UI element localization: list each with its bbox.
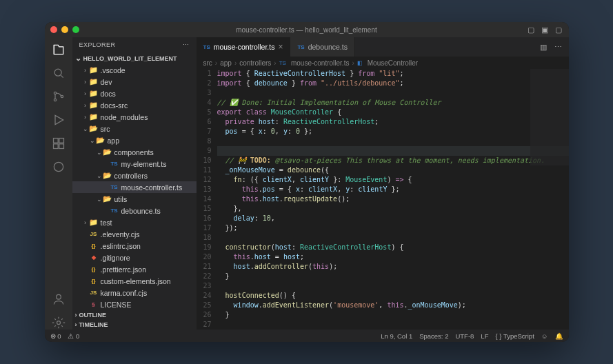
tree-item[interactable]: TSmouse-controller.ts: [72, 181, 197, 193]
status-spaces[interactable]: Spaces: 2: [419, 332, 448, 340]
breadcrumb-item[interactable]: MouseController: [368, 59, 418, 67]
breadcrumb-item[interactable]: mouse-controller.ts: [291, 59, 349, 67]
code-line[interactable]: });: [217, 223, 569, 233]
tree-item[interactable]: {}custom-elements.json: [72, 275, 197, 287]
tree-item[interactable]: ⌄📂app: [72, 134, 197, 146]
tree-item[interactable]: JSkarma.conf.cjs: [72, 287, 197, 299]
code-line[interactable]: constructor(host: ReactiveControllerHost…: [217, 243, 569, 252]
tree-item[interactable]: TSdebounce.ts: [72, 205, 197, 216]
code-line[interactable]: [217, 233, 569, 243]
tree-item-label: .gitignore: [101, 254, 130, 262]
more-actions-icon[interactable]: ⋯: [554, 42, 563, 52]
code-line[interactable]: import { ReactiveControllerHost } from "…: [217, 69, 569, 79]
status-warnings[interactable]: ⚠ 0: [68, 332, 79, 340]
project-section[interactable]: HELLO_WORLD_LIT_ELEMENT: [72, 52, 197, 64]
run-debug-icon[interactable]: [52, 113, 66, 127]
code-editor[interactable]: 1234567891011121314151617181920212223242…: [197, 69, 569, 330]
code-line[interactable]: this.host = host;: [217, 252, 569, 262]
code-line[interactable]: // ✅ Done: Initial Implementation of Mou…: [217, 98, 569, 108]
layout-right-icon[interactable]: ▢: [554, 25, 563, 34]
breadcrumb-item[interactable]: app: [220, 59, 232, 67]
status-bar: ⊗ 0 ⚠ 0 Ln 9, Col 1 Spaces: 2 UTF-8 LF {…: [45, 330, 569, 342]
status-lncol[interactable]: Ln 9, Col 1: [381, 332, 412, 340]
tree-item[interactable]: ›📁node_modules: [72, 111, 197, 123]
layout-panel-icon[interactable]: ▣: [540, 25, 550, 34]
code-line[interactable]: },: [217, 204, 569, 214]
code-line[interactable]: [217, 281, 569, 291]
notifications-icon[interactable]: 🔔: [555, 332, 563, 340]
tree-item[interactable]: ›📁dev: [72, 76, 197, 88]
close-tab-icon[interactable]: ×: [278, 42, 283, 52]
tree-item[interactable]: ⌄📂controllers: [72, 170, 197, 181]
close-window-icon[interactable]: [50, 26, 57, 33]
status-errors[interactable]: ⊗ 0: [50, 332, 61, 340]
code-line[interactable]: host.addController(this);: [217, 262, 569, 272]
minimap[interactable]: [530, 69, 569, 165]
source-control-icon[interactable]: [52, 90, 66, 103]
code-line[interactable]: export class MouseController {: [217, 108, 569, 117]
code-line[interactable]: [217, 136, 569, 146]
code-line[interactable]: private host: ReactiveControllerHost;: [217, 117, 569, 127]
breadcrumbs[interactable]: src›app›controllers›TSmouse-controller.t…: [197, 57, 569, 69]
breadcrumb-item[interactable]: controllers: [239, 59, 271, 67]
settings-gear-icon[interactable]: [52, 316, 66, 330]
window-title: mouse-controller.ts — hello_world_lit_el…: [236, 26, 377, 34]
svg-point-9: [56, 294, 61, 299]
timeline-section[interactable]: TIMELINE: [72, 320, 197, 330]
tree-item[interactable]: ›📁docs: [72, 88, 197, 99]
breadcrumb-item[interactable]: src: [203, 59, 212, 67]
code-line[interactable]: [217, 320, 569, 330]
split-editor-icon[interactable]: ▥: [539, 42, 548, 52]
editor-tab[interactable]: TSmouse-controller.ts×: [197, 37, 291, 57]
explorer-icon[interactable]: [52, 43, 66, 57]
code-line[interactable]: this.host.requestUpdate();: [217, 194, 569, 204]
code-line[interactable]: import { debounce } from "../utils/debou…: [217, 79, 569, 88]
activity-bar: [45, 37, 72, 330]
tree-item[interactable]: {}.eslintrc.json: [72, 240, 197, 252]
outline-section[interactable]: OUTLINE: [72, 310, 197, 320]
code-line[interactable]: // 🚧 TODO: @tsavo-at-pieces This throws …: [217, 156, 569, 165]
tree-item[interactable]: {}.prettierrc.json: [72, 263, 197, 275]
tree-item[interactable]: JS.eleventy.cjs: [72, 228, 197, 240]
code-line[interactable]: [217, 88, 569, 98]
tree-item[interactable]: §LICENSE: [72, 299, 197, 310]
status-language[interactable]: { } TypeScript: [495, 332, 534, 340]
code-line[interactable]: pos = { x: 0, y: 0 };: [217, 127, 569, 136]
code-line[interactable]: delay: 10,: [217, 214, 569, 223]
tree-item-label: mouse-controller.ts: [121, 183, 183, 192]
tree-item[interactable]: TSmy-element.ts: [72, 158, 197, 170]
editor-tab[interactable]: TSdebounce.ts: [290, 37, 354, 57]
code-line[interactable]: [217, 146, 569, 156]
maximize-window-icon[interactable]: [72, 26, 79, 33]
tree-item[interactable]: ⌄📂utils: [72, 193, 197, 205]
more-icon[interactable]: ⋯: [183, 41, 190, 48]
accounts-icon[interactable]: [52, 292, 66, 306]
tree-item[interactable]: ◆.gitignore: [72, 252, 197, 263]
feedback-icon[interactable]: ☺: [541, 332, 548, 340]
status-eol[interactable]: LF: [481, 332, 488, 340]
code-line[interactable]: }: [217, 272, 569, 281]
code-line[interactable]: _onMouseMove = debounce({: [217, 165, 569, 175]
extensions-icon[interactable]: [52, 136, 66, 150]
tree-item[interactable]: ⌄📂components: [72, 146, 197, 158]
svg-point-2: [54, 99, 56, 101]
code-line[interactable]: window.addEventListener('mousemove', thi…: [217, 301, 569, 310]
code-line[interactable]: }: [217, 310, 569, 320]
layout-sidebar-icon[interactable]: ▢: [526, 25, 536, 34]
tree-item-label: debounce.ts: [121, 207, 161, 215]
pieces-icon[interactable]: [52, 160, 66, 174]
search-icon[interactable]: [52, 66, 66, 80]
tree-item[interactable]: ⌄📂src: [72, 123, 197, 134]
tree-item[interactable]: ›📁.vscode: [72, 64, 197, 76]
tree-item-label: LICENSE: [101, 301, 132, 309]
tree-item-label: node_modules: [101, 113, 148, 121]
code-line[interactable]: fn: ({ clientX, clientY }: MouseEvent) =…: [217, 175, 569, 185]
tree-item[interactable]: ›📁test: [72, 216, 197, 228]
tree-item-label: .eleventy.cjs: [101, 230, 140, 239]
titlebar[interactable]: mouse-controller.ts — hello_world_lit_el…: [45, 22, 569, 37]
code-line[interactable]: this.pos = { x: clientX, y: clientY };: [217, 185, 569, 194]
tree-item[interactable]: ›📁docs-src: [72, 99, 197, 111]
code-line[interactable]: hostConnected() {: [217, 291, 569, 301]
status-encoding[interactable]: UTF-8: [455, 332, 474, 340]
minimize-window-icon[interactable]: [61, 26, 68, 33]
